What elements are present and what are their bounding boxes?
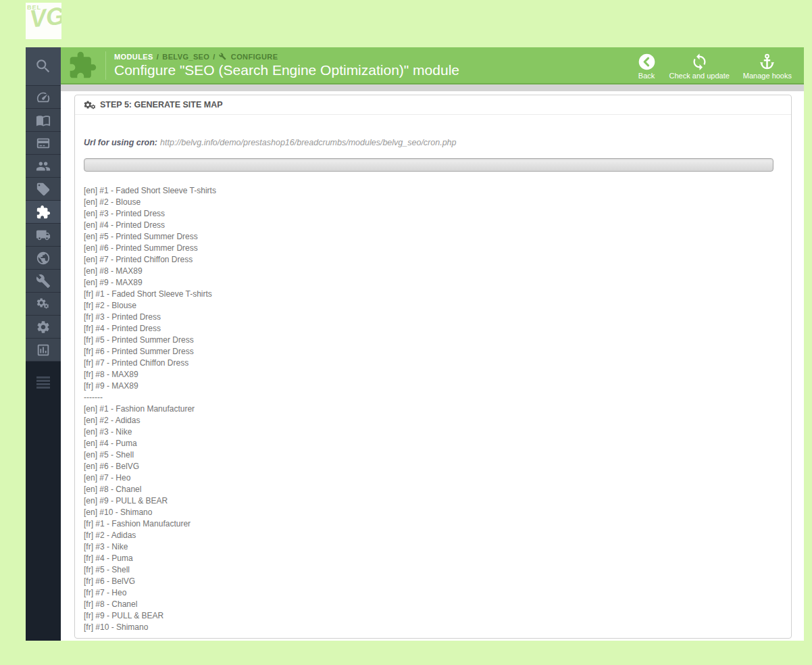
log-line: [fr] #4 - Puma — [84, 553, 773, 564]
log-line: [fr] #6 - BelVG — [84, 576, 773, 587]
refresh-icon — [690, 53, 709, 71]
sidebar-item-search[interactable] — [26, 47, 61, 86]
puzzle-icon — [68, 51, 97, 80]
generation-log: [en] #1 - Faded Short Sleeve T-shirts[en… — [84, 185, 773, 633]
log-line: [fr] #9 - PULL & BEAR — [84, 610, 773, 622]
localization-globe-icon — [36, 251, 51, 266]
log-line: [en] #3 - Nike — [84, 426, 773, 438]
log-line: [en] #7 - Printed Chiffon Dress — [84, 254, 773, 266]
log-line: [fr] #9 - MAX89 — [84, 380, 773, 392]
log-line: [en] #5 - Printed Summer Dress — [84, 231, 773, 243]
gears-icon — [83, 100, 96, 109]
content-area: STEP 5: GENERATE SITE MAP Url for using … — [61, 91, 804, 641]
log-line: [fr] #5 - Shell — [84, 564, 773, 576]
sidebar-item-advanced-parameters[interactable] — [26, 293, 61, 316]
sidebar-item-stats[interactable] — [26, 339, 61, 362]
log-line: [en] #1 - Faded Short Sleeve T-shirts — [84, 185, 773, 197]
log-line: [en] #1 - Fashion Manufacturer — [84, 403, 773, 415]
check-and-update-label: Check and update — [669, 72, 730, 80]
log-line: [fr] #1 - Faded Short Sleeve T-shirts — [84, 289, 773, 300]
anchor-icon — [758, 53, 776, 71]
customers-people-icon — [36, 159, 51, 174]
check-and-update-button[interactable]: Check and update — [663, 50, 736, 81]
breadcrumb-module-link[interactable]: BELVG_SEO — [162, 53, 209, 61]
page-header: MODULES / BELVG_SEO / CONFIGURE Configur… — [61, 47, 804, 84]
log-line: [en] #9 - PULL & BEAR — [84, 495, 773, 507]
back-label: Back — [638, 72, 655, 80]
main-column: MODULES / BELVG_SEO / CONFIGURE Configur… — [61, 47, 804, 641]
sidebar-item-tools[interactable] — [26, 270, 61, 293]
log-line: [en] #7 - Heo — [84, 472, 773, 484]
admin-app: MODULES / BELVG_SEO / CONFIGURE Configur… — [26, 47, 804, 641]
breadcrumb-modules-link[interactable]: MODULES — [114, 53, 153, 61]
breadcrumb-configure-link[interactable]: CONFIGURE — [231, 53, 278, 61]
log-line: [fr] #7 - Printed Chiffon Dress — [84, 358, 773, 369]
log-line: [en] #8 - Chanel — [84, 484, 773, 495]
logo-text-big: VG — [29, 7, 61, 29]
cron-url-label: Url for using cron: — [84, 138, 157, 147]
log-line: [en] #6 - Printed Summer Dress — [84, 243, 773, 254]
log-line: ------- — [84, 392, 773, 403]
page-title: Configure "SEO (Search Engine Optimizati… — [114, 62, 459, 78]
log-line: [en] #2 - Adidas — [84, 415, 773, 426]
log-line: [en] #9 - MAX89 — [84, 277, 773, 289]
price-rules-tag-icon — [36, 182, 51, 197]
search-icon — [34, 57, 52, 75]
panel-body: Url for using cron:http://belvg.info/dem… — [75, 115, 791, 637]
manage-hooks-button[interactable]: Manage hooks — [736, 50, 798, 81]
sidebar-item-modules[interactable] — [26, 201, 61, 224]
back-icon — [638, 53, 656, 71]
sidebar-item-catalog[interactable] — [26, 109, 61, 132]
log-line: [fr] #8 - Chanel — [84, 599, 773, 610]
sitemap-progress-bar — [84, 158, 773, 172]
sidebar-collapse-toggle[interactable] — [26, 371, 61, 394]
log-line: [fr] #6 - Printed Summer Dress — [84, 346, 773, 358]
wrench-icon — [219, 53, 226, 60]
log-line: [fr] #3 - Nike — [84, 541, 773, 553]
hamburger-icon — [36, 375, 50, 390]
header-actions: Back Check and update Manage hook — [631, 50, 804, 81]
log-line: [fr] #1 - Fashion Manufacturer — [84, 518, 773, 530]
log-line: [fr] #7 - Heo — [84, 587, 773, 599]
log-line: [en] #10 - Shimano — [84, 507, 773, 518]
sidebar — [26, 47, 61, 641]
breadcrumb: MODULES / BELVG_SEO / CONFIGURE — [114, 53, 459, 61]
sidebar-item-orders[interactable] — [26, 132, 61, 155]
sidebar-item-localization[interactable] — [26, 247, 61, 270]
log-line: [fr] #8 - MAX89 — [84, 369, 773, 380]
breadcrumb-separator: / — [213, 53, 215, 61]
sidebar-item-customers[interactable] — [26, 155, 61, 178]
back-button[interactable]: Back — [631, 50, 663, 81]
sidebar-item-shipping[interactable] — [26, 224, 61, 247]
log-line: [en] #8 - MAX89 — [84, 266, 773, 277]
sidebar-spacer — [26, 362, 61, 371]
log-line: [en] #6 - BelVG — [84, 461, 773, 472]
dashboard-gauge-icon — [36, 90, 51, 105]
stats-chart-icon — [36, 343, 51, 358]
sidebar-item-dashboard[interactable] — [26, 86, 61, 109]
cron-url-value: http://belvg.info/demo/prestashop16/brea… — [160, 138, 456, 147]
sitemap-panel: STEP 5: GENERATE SITE MAP Url for using … — [74, 95, 792, 639]
log-line: [fr] #5 - Printed Summer Dress — [84, 335, 773, 346]
shipping-truck-icon — [36, 228, 51, 243]
module-badge — [61, 51, 105, 80]
log-line: [fr] #2 - Blouse — [84, 300, 773, 312]
tools-wrench-icon — [36, 274, 51, 289]
sidebar-item-price-rules[interactable] — [26, 178, 61, 201]
settings-gear-icon — [36, 320, 51, 335]
advanced-gears-icon — [36, 297, 51, 312]
breadcrumb-separator: / — [157, 53, 159, 61]
log-line: [fr] #3 - Printed Dress — [84, 312, 773, 323]
header-divider — [105, 51, 106, 80]
log-line: [en] #2 - Blouse — [84, 197, 773, 208]
log-line: [en] #4 - Puma — [84, 438, 773, 449]
panel-title: STEP 5: GENERATE SITE MAP — [100, 100, 223, 109]
cron-url-line: Url for using cron:http://belvg.info/dem… — [84, 138, 773, 147]
belvg-logo: BEL VG — [26, 3, 61, 39]
sidebar-item-settings[interactable] — [26, 316, 61, 339]
log-line: [en] #4 - Printed Dress — [84, 220, 773, 231]
manage-hooks-label: Manage hooks — [743, 72, 792, 80]
panel-header: STEP 5: GENERATE SITE MAP — [75, 95, 791, 115]
log-line: [en] #5 - Shell — [84, 449, 773, 461]
catalog-book-icon — [36, 113, 51, 128]
